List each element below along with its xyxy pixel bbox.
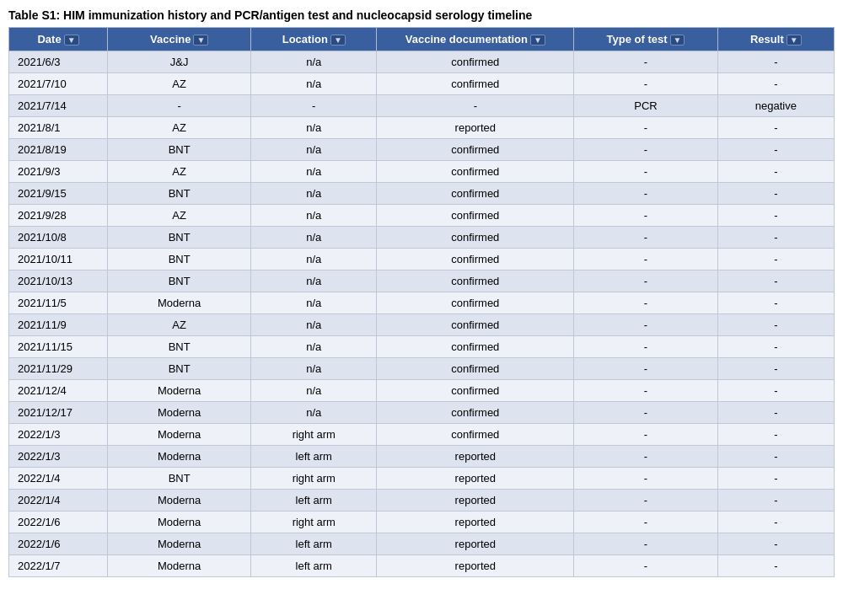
cell-vaccine: Moderna	[108, 424, 251, 446]
cell-typetest: -	[574, 227, 717, 249]
table-row: 2022/1/3Modernaright armconfirmed--	[9, 424, 835, 446]
table-row: 2021/8/19BNTn/aconfirmed--	[9, 139, 835, 161]
table-row: 2021/9/3AZn/aconfirmed--	[9, 161, 835, 183]
cell-typetest: -	[574, 117, 717, 139]
cell-vacdoc: reported	[377, 117, 574, 139]
cell-typetest: -	[574, 161, 717, 183]
dropdown-arrow-vacdoc[interactable]: ▼	[530, 35, 545, 46]
cell-result: -	[717, 139, 834, 161]
cell-location: right arm	[251, 468, 377, 490]
cell-location: -	[251, 95, 377, 117]
cell-typetest: -	[574, 139, 717, 161]
dropdown-arrow-result[interactable]: ▼	[787, 35, 802, 46]
cell-location: n/a	[251, 314, 377, 336]
cell-typetest: -	[574, 51, 717, 73]
col-header-location[interactable]: Location▼	[251, 28, 377, 51]
cell-vaccine: AZ	[108, 73, 251, 95]
cell-vaccine: BNT	[108, 358, 251, 380]
cell-result: -	[717, 446, 834, 468]
cell-location: right arm	[251, 512, 377, 533]
dropdown-arrow-date[interactable]: ▼	[64, 35, 79, 46]
cell-typetest: -	[574, 490, 717, 512]
cell-location: n/a	[251, 51, 377, 73]
cell-date: 2022/1/4	[9, 490, 108, 512]
cell-typetest: -	[574, 512, 717, 533]
cell-date: 2021/9/15	[9, 183, 108, 205]
cell-vaccine: Moderna	[108, 402, 251, 424]
cell-date: 2021/11/29	[9, 358, 108, 380]
cell-vaccine: AZ	[108, 117, 251, 139]
cell-date: 2021/9/3	[9, 161, 108, 183]
cell-result: -	[717, 117, 834, 139]
cell-location: n/a	[251, 139, 377, 161]
cell-date: 2021/10/11	[9, 249, 108, 271]
table-row: 2021/11/9AZn/aconfirmed--	[9, 314, 835, 336]
cell-vacdoc: confirmed	[377, 183, 574, 205]
table-row: 2021/7/14---PCRnegative	[9, 95, 835, 117]
cell-typetest: -	[574, 468, 717, 490]
cell-typetest: -	[574, 249, 717, 271]
cell-vacdoc: reported	[377, 468, 574, 490]
cell-location: n/a	[251, 183, 377, 205]
cell-vacdoc: reported	[377, 533, 574, 555]
dropdown-arrow-vaccine[interactable]: ▼	[193, 35, 208, 46]
cell-result: -	[717, 424, 834, 446]
cell-date: 2022/1/6	[9, 533, 108, 555]
cell-location: left arm	[251, 533, 377, 555]
cell-location: n/a	[251, 380, 377, 402]
col-header-typetest[interactable]: Type of test▼	[574, 28, 717, 51]
cell-result: -	[717, 292, 834, 314]
cell-date: 2021/9/28	[9, 205, 108, 227]
cell-vaccine: Moderna	[108, 512, 251, 533]
cell-date: 2022/1/4	[9, 468, 108, 490]
cell-result: -	[717, 380, 834, 402]
cell-vacdoc: confirmed	[377, 271, 574, 292]
cell-vaccine: BNT	[108, 336, 251, 358]
cell-date: 2021/8/1	[9, 117, 108, 139]
cell-location: n/a	[251, 117, 377, 139]
cell-vacdoc: -	[377, 95, 574, 117]
cell-location: n/a	[251, 249, 377, 271]
cell-vacdoc: confirmed	[377, 402, 574, 424]
table-row: 2022/1/6Modernaright armreported--	[9, 512, 835, 533]
table-row: 2021/6/3J&Jn/aconfirmed--	[9, 51, 835, 73]
cell-typetest: -	[574, 292, 717, 314]
cell-location: n/a	[251, 292, 377, 314]
cell-result: -	[717, 271, 834, 292]
dropdown-arrow-location[interactable]: ▼	[330, 35, 346, 46]
cell-vacdoc: reported	[377, 555, 574, 577]
table-row: 2021/12/4Modernan/aconfirmed--	[9, 380, 835, 402]
cell-vacdoc: confirmed	[377, 205, 574, 227]
cell-result: -	[717, 73, 834, 95]
col-header-vaccine[interactable]: Vaccine▼	[108, 28, 251, 51]
cell-result: -	[717, 314, 834, 336]
cell-result: -	[717, 402, 834, 424]
dropdown-arrow-typetest[interactable]: ▼	[670, 35, 685, 46]
table-row: 2021/11/29BNTn/aconfirmed--	[9, 358, 835, 380]
table-row: 2021/9/28AZn/aconfirmed--	[9, 205, 835, 227]
cell-vaccine: BNT	[108, 183, 251, 205]
cell-location: n/a	[251, 73, 377, 95]
col-header-result[interactable]: Result▼	[717, 28, 834, 51]
col-header-vacdoc[interactable]: Vaccine documentation▼	[377, 28, 574, 51]
cell-vacdoc: confirmed	[377, 358, 574, 380]
cell-result: -	[717, 336, 834, 358]
cell-location: n/a	[251, 336, 377, 358]
cell-vaccine: J&J	[108, 51, 251, 73]
cell-vaccine: -	[108, 95, 251, 117]
cell-result: -	[717, 468, 834, 490]
cell-typetest: -	[574, 533, 717, 555]
cell-vacdoc: confirmed	[377, 227, 574, 249]
cell-vaccine: AZ	[108, 205, 251, 227]
table-row: 2021/11/5Modernan/aconfirmed--	[9, 292, 835, 314]
cell-result: -	[717, 249, 834, 271]
table-row: 2021/9/15BNTn/aconfirmed--	[9, 183, 835, 205]
cell-vacdoc: reported	[377, 446, 574, 468]
cell-vaccine: Moderna	[108, 380, 251, 402]
table-row: 2021/7/10AZn/aconfirmed--	[9, 73, 835, 95]
cell-result: -	[717, 227, 834, 249]
cell-date: 2022/1/3	[9, 446, 108, 468]
cell-result: -	[717, 555, 834, 577]
cell-location: n/a	[251, 205, 377, 227]
col-header-date[interactable]: Date▼	[9, 28, 108, 51]
